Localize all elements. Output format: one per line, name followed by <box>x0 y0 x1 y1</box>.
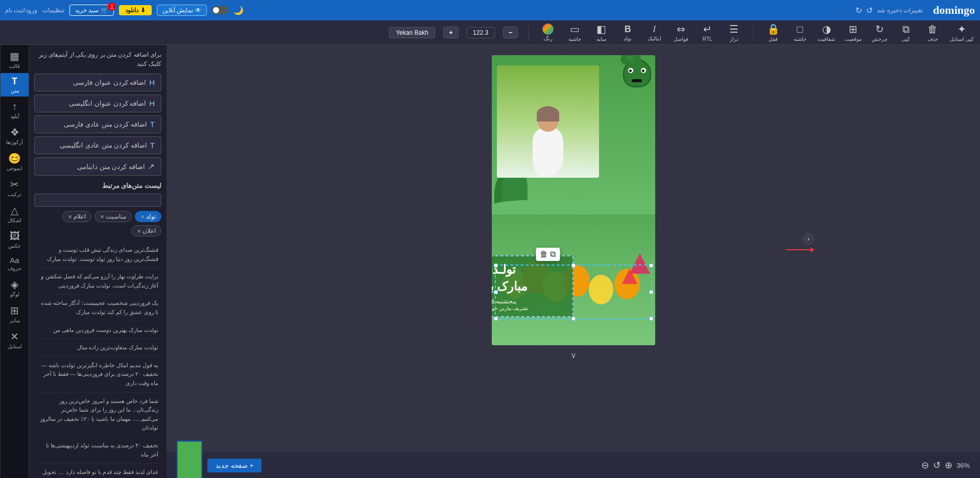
font-size-input[interactable] <box>467 27 495 38</box>
scroll-down-arrow[interactable]: ∨ <box>570 350 577 360</box>
sidebar-item-letters[interactable]: Aa حروف <box>1 253 29 274</box>
card-event-time: پنجشنبه ۵ عصر <box>492 298 568 305</box>
save-status: تغییرات ذخیره شد <box>877 7 923 14</box>
tag-اعلان[interactable]: اعلان ✕ <box>131 225 161 236</box>
divider2 <box>528 25 529 41</box>
sidebar-item-text[interactable]: T متن <box>1 73 29 97</box>
panel-description: برای اضافه کردن متن بر روی یکی از آیتم‌ه… <box>34 50 161 68</box>
float-delete-btn[interactable]: 🗑 <box>540 250 548 259</box>
settings-link[interactable]: تنظیمات <box>42 7 64 14</box>
tag-tولد[interactable]: تولد ✕ <box>135 211 161 222</box>
download-button[interactable]: ⬇ دانلود <box>119 5 152 15</box>
text-list: قشنگ‌ترین صدای زندگی تپش قلب توست و قشنگ… <box>34 242 161 478</box>
list-item[interactable]: تخفیف ۳۰ درصدی به مناسبت تولد اردیبهشتی‌… <box>34 437 161 464</box>
sidebar-item-other[interactable]: ⊞ سایر <box>1 301 29 326</box>
zoom-out-btn[interactable]: ⊖ <box>921 460 929 471</box>
sidebar-item-template[interactable]: ▦ قالب <box>1 47 29 72</box>
italic-btn[interactable]: I ایتالیک <box>645 24 663 41</box>
cart-button[interactable]: 🛒 سبد خرید 1 <box>69 5 114 16</box>
sidebar-icons: ▦ قالب T متن ↑ آپلود ❖ آرکون‌ها 😊 ایموجی… <box>0 45 29 478</box>
list-item[interactable]: یه قول مدیم امثال خاطره انگیزترین تولدت … <box>34 357 161 393</box>
list-item[interactable]: یک فروردینی شخصیت عجیبیست؛ آدگار ساخته ش… <box>34 295 161 321</box>
cart-badge: 1 <box>108 3 116 11</box>
list-item[interactable]: تولدت مبارک بهترین دوست فروردین ماهی من <box>34 322 161 340</box>
shadow-btn[interactable]: ◧ سایه <box>592 23 610 42</box>
float-toolbar: ⧉ 🗑 <box>536 248 560 261</box>
zoom-level-display: 36% <box>957 462 970 469</box>
collapse-panel-btn[interactable]: ‹ <box>803 233 814 245</box>
dark-mode-toggle[interactable] <box>212 6 228 14</box>
align-btn[interactable]: ☰ تراز <box>725 23 743 42</box>
canvas-container: تولـدشمبارک باشـه پنجشنبه ۵ عصر تشریف بی… <box>492 55 655 345</box>
page-controls: + صفحه جدید 1 <box>177 441 261 478</box>
card-main-text: تولـدشمبارک باشـه <box>492 261 568 296</box>
add-persian-title-btn[interactable]: H اضافه کردن عنوان فارسی <box>34 74 161 91</box>
sidebar-item-logo[interactable]: ◈ لوگو <box>1 275 29 300</box>
card-invite-text: تشریف بیارین خوشحال میشیم <box>492 305 568 311</box>
rotate-btn[interactable]: ↻ چرخش <box>870 23 889 42</box>
card-text-element[interactable]: تولـدشمبارک باشـه پنجشنبه ۵ عصر تشریف بی… <box>492 255 573 317</box>
list-item[interactable]: تولدت مبارک متفاوت‌ترین زاده سال <box>34 339 161 357</box>
canvas-card[interactable]: تولـدشمبارک باشـه پنجشنبه ۵ عصر تشریف بی… <box>492 55 655 345</box>
add-persian-text-btn[interactable]: T اضافه کردن متن عادی فارسی <box>34 115 161 133</box>
preview-icon: 👁 <box>195 7 201 14</box>
moon-icon[interactable]: 🌙 <box>233 6 244 15</box>
add-english-text-btn[interactable]: T اضافه کردن متن عادی انگلیسی <box>34 136 161 154</box>
page-thumbnail-area: 1 <box>177 441 202 478</box>
toolbar: ✦ کپی استایل 🗑 حذف ⧉ کپی ↻ چرخش ⊞ موقعیت… <box>0 20 980 45</box>
right-panel: برای اضافه کردن متن بر روی یکی از آیتم‌ه… <box>29 45 166 478</box>
divider <box>753 25 754 41</box>
canvas-area[interactable]: تولـدشمبارک باشـه پنجشنبه ۵ عصر تشریف بی… <box>166 45 980 478</box>
minus-size-btn[interactable]: − <box>503 27 518 38</box>
sidebar-item-sticker[interactable]: ✂ ترکیب <box>1 175 29 200</box>
sidebar-item-image[interactable]: 🖼 عکس <box>1 227 29 252</box>
new-page-btn[interactable]: + صفحه جدید <box>207 459 261 472</box>
cart-icon: 🛒 <box>101 7 108 14</box>
delete-btn[interactable]: 🗑 حذف <box>923 23 942 42</box>
redo-icon[interactable]: ↻ <box>855 6 862 15</box>
sidebar-item-shapes[interactable]: △ اشکال <box>1 201 29 226</box>
position-btn[interactable]: ⊞ موقعیت <box>844 23 862 42</box>
lock-btn[interactable]: 🔒 قفل <box>764 23 782 42</box>
add-english-title-btn[interactable]: H اضافه کردن عنوان انگلیسی <box>34 94 161 112</box>
sidebar-item-upload[interactable]: ↑ آپلود <box>1 98 29 122</box>
list-item[interactable]: برایت طراوت بهار را آرزو می‌کنم که فصل ش… <box>34 268 161 295</box>
sidebar-item-instabail[interactable]: ✕ استایل <box>1 327 29 352</box>
font-name-display[interactable]: Yekan Bakh <box>389 27 435 38</box>
copy-btn[interactable]: ⧉ کپی <box>897 23 915 42</box>
color-btn[interactable]: رنگ <box>539 23 557 41</box>
topbar-right: 🌙 👁 نمایش آنلاین ⬇ دانلود 🛒 سبد خرید 1 ت… <box>5 5 244 16</box>
add-dynamic-text-btn[interactable]: ↗ اضافه کردن متن داینامی <box>34 157 161 176</box>
plus-size-btn[interactable]: + <box>443 27 459 38</box>
sidebar-item-icons[interactable]: ❖ آرکون‌ها <box>1 123 29 148</box>
tag-مناسبت[interactable]: مناسبت ✕ <box>94 211 132 222</box>
list-item[interactable]: شما فرد خاص هستید و امروز خاص‌ترین روز ز… <box>34 393 161 437</box>
topbar: domingo تغییرات ذخیره شد ↺ ↻ 🌙 👁 نمایش آ… <box>0 0 980 20</box>
canvas-bottom-bar: 36% ⊕ ↺ ⊖ + صفحه جدید 1 <box>166 452 980 478</box>
sidebar-item-ai[interactable]: 😊 ایموجی <box>1 149 29 174</box>
bold-btn[interactable]: B بولد <box>618 24 637 41</box>
refresh-canvas-btn[interactable]: ↺ <box>933 460 941 471</box>
related-section: لیست متن‌های مرتبط تولد ✕ مناسبت ✕ اعلام <box>34 182 161 478</box>
tag-اعلام[interactable]: اعلام ✕ <box>62 211 91 222</box>
refresh-icon[interactable]: ↺ <box>866 6 873 15</box>
transparency-btn[interactable]: ◑ شفافیت <box>817 23 835 42</box>
list-item[interactable]: غذای لذیذ فقط چند قدم با تو فاصله دارد .… <box>34 464 161 478</box>
rtl-btn[interactable]: ↵ RTL <box>698 23 716 42</box>
tags-row: تولد ✕ مناسبت ✕ اعلام ✕ اعلان ✕ <box>34 211 161 236</box>
page-thumb[interactable] <box>177 441 202 478</box>
preview-button[interactable]: 👁 نمایش آنلاین <box>157 5 207 16</box>
zoom-in-btn[interactable]: ⊕ <box>945 460 952 471</box>
list-item[interactable]: قشنگ‌ترین صدای زندگی تپش قلب توست و قشنگ… <box>34 242 161 268</box>
text-search-input[interactable] <box>34 194 161 207</box>
logo: domingo <box>933 4 975 17</box>
margin-btn[interactable]: ▭ حاشیه <box>565 23 584 42</box>
register-link[interactable]: ورود/ثبت نام <box>5 7 37 14</box>
related-title: لیست متن‌های مرتبط <box>34 182 161 189</box>
float-copy-btn[interactable]: ⧉ <box>550 250 556 259</box>
font-spacing-btn[interactable]: ⇔ فواصل <box>672 23 690 42</box>
border-btn[interactable]: □ حاشیه <box>791 23 809 42</box>
copy-style-btn[interactable]: ✦ کپی استایل <box>950 23 974 42</box>
download-icon: ⬇ <box>140 7 146 14</box>
main-area: تولـدشمبارک باشـه پنجشنبه ۵ عصر تشریف بی… <box>0 45 980 478</box>
